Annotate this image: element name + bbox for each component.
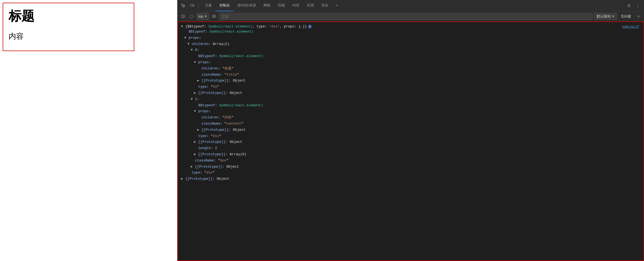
eye-icon[interactable] xyxy=(211,13,218,20)
console-token: $$typeof xyxy=(198,103,215,108)
console-token: : Object xyxy=(229,127,245,133)
console-token: box xyxy=(220,158,226,164)
tree-arrow[interactable] xyxy=(194,109,198,114)
console-token: 2 xyxy=(215,146,217,151)
console-token: : xyxy=(209,109,211,114)
tree-arrow[interactable] xyxy=(194,139,198,145)
console-token: div xyxy=(207,170,213,176)
console-token: [[Prototype]] xyxy=(195,164,222,170)
console-tree-line: [[Prototype]]: Object xyxy=(178,139,643,145)
console-token: 标题 xyxy=(225,66,231,72)
tree-arrow[interactable] xyxy=(181,176,185,182)
console-token: " xyxy=(231,66,234,72)
console-token: : Array(2) xyxy=(208,41,229,47)
filter-input[interactable] xyxy=(219,13,593,20)
toolbar-separator-1 xyxy=(198,3,199,8)
context-selector-label: top xyxy=(198,14,203,18)
preview-title: 标题 xyxy=(9,8,128,25)
console-token: : xyxy=(211,146,215,151)
tree-arrow[interactable] xyxy=(194,90,198,96)
cursor-inspect-icon[interactable] xyxy=(179,2,187,9)
tab-security[interactable]: 安全 xyxy=(318,0,332,11)
console-tree-line: props: xyxy=(178,108,643,115)
devtools-toolbar2: top ▼ 默认级别 ▼ 无问题 xyxy=(177,11,644,22)
more-options-icon[interactable]: ⋮ xyxy=(634,2,642,9)
tab-console[interactable]: 控制台 xyxy=(216,0,234,11)
console-token: props xyxy=(198,109,209,114)
context-selector-arrow: ▼ xyxy=(204,15,207,18)
issues-settings-icon[interactable] xyxy=(635,13,642,20)
tree-arrow[interactable] xyxy=(191,47,194,53)
console-token: [[Prototype]] xyxy=(198,139,225,145)
clear-console-icon[interactable] xyxy=(179,13,186,20)
svg-point-9 xyxy=(638,16,639,17)
tab-memory[interactable]: 内存 xyxy=(289,0,303,11)
info-badge[interactable]: i xyxy=(308,25,312,29)
console-token: [[Prototype]] xyxy=(185,176,212,182)
svg-point-6 xyxy=(190,15,193,18)
tree-arrow[interactable] xyxy=(191,97,194,102)
tab-more[interactable]: » xyxy=(332,0,342,11)
console-tree-line: type: "div" xyxy=(178,170,643,176)
tree-arrow[interactable] xyxy=(194,60,198,65)
pause-on-exceptions-icon[interactable] xyxy=(188,13,195,20)
source-link[interactable]: index.jsx:37 xyxy=(622,25,643,29)
console-token: : xyxy=(205,29,209,35)
context-selector[interactable]: top ▼ xyxy=(197,13,209,20)
tree-arrow[interactable] xyxy=(184,35,188,41)
tree-arrow[interactable] xyxy=(187,41,191,47)
svg-rect-1 xyxy=(190,4,193,6)
console-token: " xyxy=(241,121,243,127)
tree-arrow[interactable] xyxy=(181,24,185,29)
tab-performance[interactable]: 性能 xyxy=(274,0,289,11)
console-tree-line: [[Prototype]]: Array(0) xyxy=(178,151,643,158)
tree-arrow[interactable] xyxy=(197,127,201,133)
settings-icon[interactable] xyxy=(625,2,633,9)
console-tree-line: $$typeof: Symbol(react.element) xyxy=(178,29,643,35)
tab-sources[interactable]: 源代码/来源 xyxy=(234,0,260,11)
console-token: children xyxy=(201,66,218,72)
device-toggle-icon[interactable] xyxy=(189,2,196,9)
console-token: " xyxy=(231,115,234,121)
console-tree-line: className: "title" xyxy=(178,72,643,78)
console-content[interactable]: {$$typeof: Symbol(react.element), type: … xyxy=(177,22,644,261)
console-tree-line: children: "标题" xyxy=(178,66,643,72)
console-tree-line: [[Prototype]]: Object xyxy=(178,90,643,96)
tab-application[interactable]: 应用 xyxy=(303,0,318,11)
toolbar-right: ⋮ xyxy=(625,2,642,9)
tab-elements[interactable]: 元素 xyxy=(201,0,216,11)
console-token: : " xyxy=(220,72,226,78)
console-token: Symbol(react.element) xyxy=(219,103,263,108)
console-token: type xyxy=(198,84,207,90)
console-tree-line: [[Prototype]]: Object xyxy=(178,164,643,170)
tree-arrow[interactable] xyxy=(191,164,194,170)
console-token: } xyxy=(305,24,307,29)
console-last-line: [[Prototype]]: Object xyxy=(178,176,643,182)
tab-network[interactable]: 网络 xyxy=(260,0,274,11)
console-token: [[Prototype]] xyxy=(198,152,225,157)
console-token: [[Prototype]] xyxy=(201,78,229,84)
tree-arrow[interactable] xyxy=(194,152,198,157)
tree-arrow[interactable] xyxy=(197,78,201,84)
console-token: : Object xyxy=(222,164,239,170)
console-token: $$typeof xyxy=(189,29,205,35)
console-token: : " xyxy=(200,170,206,176)
console-token: title xyxy=(227,72,237,78)
console-token: {$$typeof: xyxy=(185,24,208,29)
console-token: 1 xyxy=(195,97,197,102)
svg-point-8 xyxy=(213,16,215,17)
console-tree-line: $$typeof: Symbol(react.element) xyxy=(178,103,643,109)
console-token: , type: ' xyxy=(252,24,271,29)
console-token: " xyxy=(213,170,215,176)
console-tree-line: [[Prototype]]: Object xyxy=(178,78,643,84)
console-tree-line: type: "div" xyxy=(178,133,643,139)
console-token: : xyxy=(215,103,219,108)
console-token: : xyxy=(215,54,219,59)
log-level-selector[interactable]: 默认级别 ▼ xyxy=(594,13,617,20)
devtools-toolbar: 元素 控制台 源代码/来源 网络 性能 内存 应用 安全 » ⋮ xyxy=(177,0,644,11)
console-tree-line: [[Prototype]]: Object xyxy=(178,127,643,133)
console-token: props xyxy=(189,35,199,41)
console-tree-line: children: Array(2) xyxy=(178,41,643,47)
preview-box: 标题 内容 xyxy=(3,3,134,51)
console-token: : xyxy=(209,60,211,65)
